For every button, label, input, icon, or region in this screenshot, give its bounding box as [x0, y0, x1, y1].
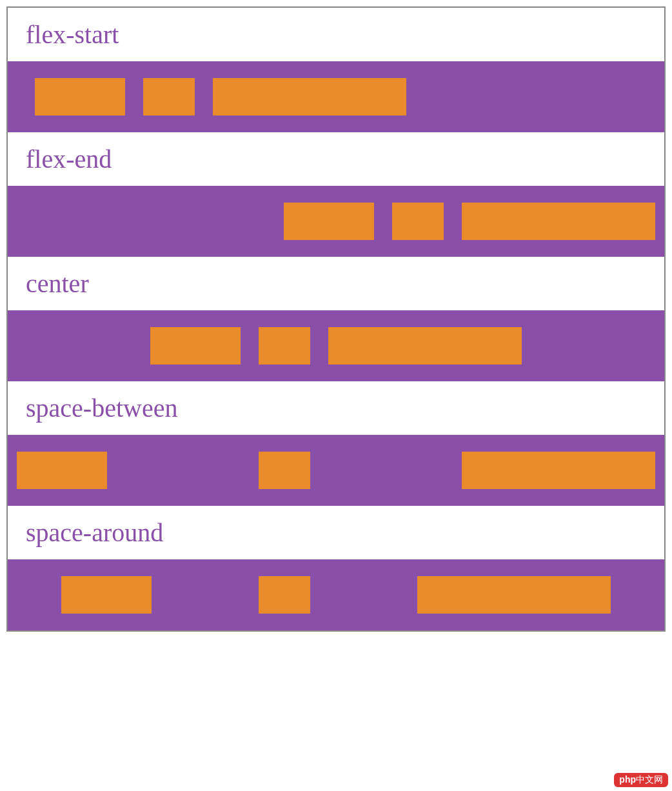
- section-space-between: space-between: [8, 381, 664, 506]
- flex-box: [284, 203, 374, 240]
- flex-box: [143, 78, 195, 115]
- row-center: [8, 310, 664, 381]
- section-flex-end: flex-end: [8, 132, 664, 257]
- flex-box: [35, 78, 125, 115]
- label-space-between: space-between: [8, 381, 664, 435]
- flex-box: [259, 452, 310, 489]
- flex-box: [259, 576, 310, 614]
- flex-box: [61, 576, 152, 614]
- section-space-around: space-around: [8, 506, 664, 630]
- label-flex-start: flex-start: [8, 8, 664, 61]
- section-flex-start: flex-start: [8, 8, 664, 132]
- flex-box: [462, 203, 655, 240]
- flex-box: [462, 452, 655, 489]
- flex-box: [150, 327, 241, 365]
- row-flex-end: [8, 186, 664, 257]
- label-center: center: [8, 257, 664, 310]
- section-center: center: [8, 257, 664, 381]
- flex-box: [213, 78, 406, 115]
- row-space-around: [8, 559, 664, 630]
- flex-box: [328, 327, 522, 365]
- diagram-container: flex-start flex-end center space-between: [6, 6, 666, 632]
- flex-box: [259, 327, 310, 365]
- row-flex-start: [8, 61, 664, 132]
- flex-box: [417, 576, 611, 614]
- flex-box: [17, 452, 107, 489]
- label-space-around: space-around: [8, 506, 664, 559]
- row-space-between: [8, 435, 664, 506]
- label-flex-end: flex-end: [8, 132, 664, 186]
- flex-box: [392, 203, 444, 240]
